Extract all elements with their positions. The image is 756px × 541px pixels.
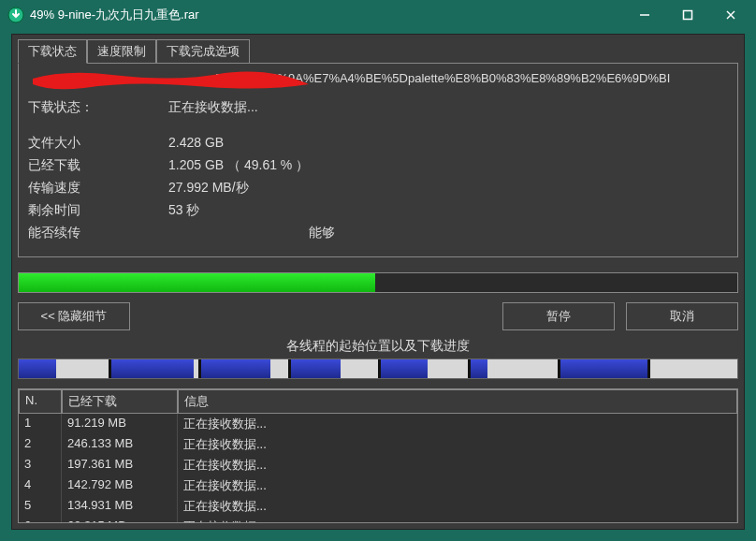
th-number[interactable]: N. bbox=[19, 389, 62, 414]
td-number: 4 bbox=[19, 475, 62, 496]
td-number: 3 bbox=[19, 455, 62, 475]
table-row[interactable]: 191.219 MB正在接收数据... bbox=[19, 414, 737, 434]
table-body[interactable]: 191.219 MB正在接收数据...2246.133 MB正在接收数据...3… bbox=[19, 414, 737, 522]
size-row: 文件大小 2.428 GB bbox=[28, 135, 728, 152]
td-downloaded: 246.133 MB bbox=[62, 434, 178, 455]
thread-segment bbox=[288, 359, 378, 378]
button-row: << 隐藏细节 暂停 取消 bbox=[18, 302, 738, 330]
td-downloaded: 197.361 MB bbox=[62, 455, 178, 475]
titlebar: 49% 9-nine-九次九日九重色.rar bbox=[0, 0, 756, 30]
td-number: 5 bbox=[19, 496, 62, 517]
speed-label: 传输速度 bbox=[28, 180, 168, 197]
idm-icon bbox=[7, 7, 24, 23]
maximize-button[interactable] bbox=[666, 2, 709, 28]
url-line: D%E4%BC%9A%E7%A4%BE%5Dpalette%E8%B0%83%E… bbox=[28, 71, 728, 92]
thread-segment bbox=[378, 359, 468, 378]
thread-segment bbox=[468, 359, 558, 378]
table-header: N. 已经下载 信息 bbox=[19, 389, 737, 414]
table-row[interactable]: 3197.361 MB正在接收数据... bbox=[19, 455, 737, 475]
hide-details-button[interactable]: << 隐藏细节 bbox=[18, 302, 130, 330]
thread-segment bbox=[198, 359, 288, 378]
close-button[interactable] bbox=[709, 2, 752, 28]
speed-value: 27.992 MB/秒 bbox=[168, 180, 728, 197]
downloaded-value: 1.205 GB （ 49.61 % ） bbox=[168, 157, 728, 174]
status-label: 下载状态： bbox=[28, 99, 168, 116]
td-info: 正在接收数据... bbox=[178, 475, 737, 496]
window-controls bbox=[623, 2, 752, 28]
tab-complete-options[interactable]: 下载完成选项 bbox=[156, 39, 250, 64]
thread-progress-bar bbox=[18, 358, 738, 379]
th-info[interactable]: 信息 bbox=[178, 389, 737, 414]
download-window: 49% 9-nine-九次九日九重色.rar 下载状态 速度限制 下载完成选项 … bbox=[0, 0, 756, 541]
pause-button[interactable]: 暂停 bbox=[502, 302, 615, 330]
redaction-mark bbox=[28, 71, 318, 92]
td-info: 正在接收数据... bbox=[178, 496, 737, 517]
status-value: 正在接收数据... bbox=[168, 99, 728, 116]
remaining-row: 剩余时间 53 秒 bbox=[28, 202, 728, 219]
size-value: 2.428 GB bbox=[168, 135, 728, 152]
downloaded-row: 已经下载 1.205 GB （ 49.61 % ） bbox=[28, 157, 728, 174]
thread-segment bbox=[647, 359, 737, 378]
overall-progress-fill bbox=[19, 273, 375, 292]
remaining-label: 剩余时间 bbox=[28, 202, 168, 219]
content-area: 下载状态 速度限制 下载完成选项 D%E4%BC%9A%E7%A4%BE%5Dp… bbox=[11, 34, 745, 530]
svg-rect-2 bbox=[684, 11, 692, 20]
tab-speed-limit[interactable]: 速度限制 bbox=[87, 39, 156, 64]
td-downloaded: 60.315 MB bbox=[62, 517, 178, 522]
threads-title: 各线程的起始位置以及下载进度 bbox=[18, 338, 738, 355]
status-panel: D%E4%BC%9A%E7%A4%BE%5Dpalette%E8%B0%83%E… bbox=[18, 63, 738, 257]
thread-segment bbox=[558, 359, 647, 378]
resume-label: 能否续传 bbox=[28, 225, 168, 241]
window-title: 49% 9-nine-九次九日九重色.rar bbox=[30, 7, 623, 23]
table-row[interactable]: 2246.133 MB正在接收数据... bbox=[19, 434, 737, 455]
td-downloaded: 142.792 MB bbox=[62, 475, 178, 496]
td-info: 正在接收数据... bbox=[178, 414, 737, 434]
speed-row: 传输速度 27.992 MB/秒 bbox=[28, 180, 728, 197]
td-downloaded: 134.931 MB bbox=[62, 496, 178, 517]
thread-segment bbox=[109, 359, 198, 378]
minimize-button[interactable] bbox=[623, 2, 666, 28]
td-info: 正在接收数据... bbox=[178, 434, 737, 455]
resume-row: 能否续传 能够 bbox=[28, 225, 728, 241]
td-info: 正在接收数据... bbox=[178, 455, 737, 475]
downloaded-label: 已经下载 bbox=[28, 157, 168, 174]
th-downloaded[interactable]: 已经下载 bbox=[62, 389, 178, 414]
table-row[interactable]: 660.315 MB正在接收数据... bbox=[19, 517, 737, 522]
overall-progress bbox=[18, 272, 738, 293]
td-downloaded: 91.219 MB bbox=[62, 414, 178, 434]
status-row: 下载状态： 正在接收数据... bbox=[28, 99, 728, 116]
tab-status[interactable]: 下载状态 bbox=[18, 39, 87, 64]
table-row[interactable]: 5134.931 MB正在接收数据... bbox=[19, 496, 737, 517]
td-number: 1 bbox=[19, 414, 62, 434]
table-row[interactable]: 4142.792 MB正在接收数据... bbox=[19, 475, 737, 496]
cancel-button[interactable]: 取消 bbox=[626, 302, 738, 330]
td-number: 6 bbox=[19, 517, 62, 522]
tabs: 下载状态 速度限制 下载完成选项 bbox=[18, 38, 738, 63]
threads-table: N. 已经下载 信息 191.219 MB正在接收数据...2246.133 M… bbox=[18, 388, 738, 523]
resume-value: 能够 bbox=[168, 225, 728, 241]
td-number: 2 bbox=[19, 434, 62, 455]
td-info: 正在接收数据... bbox=[178, 517, 737, 522]
thread-segment bbox=[19, 359, 109, 378]
remaining-value: 53 秒 bbox=[168, 202, 728, 219]
size-label: 文件大小 bbox=[28, 135, 168, 152]
